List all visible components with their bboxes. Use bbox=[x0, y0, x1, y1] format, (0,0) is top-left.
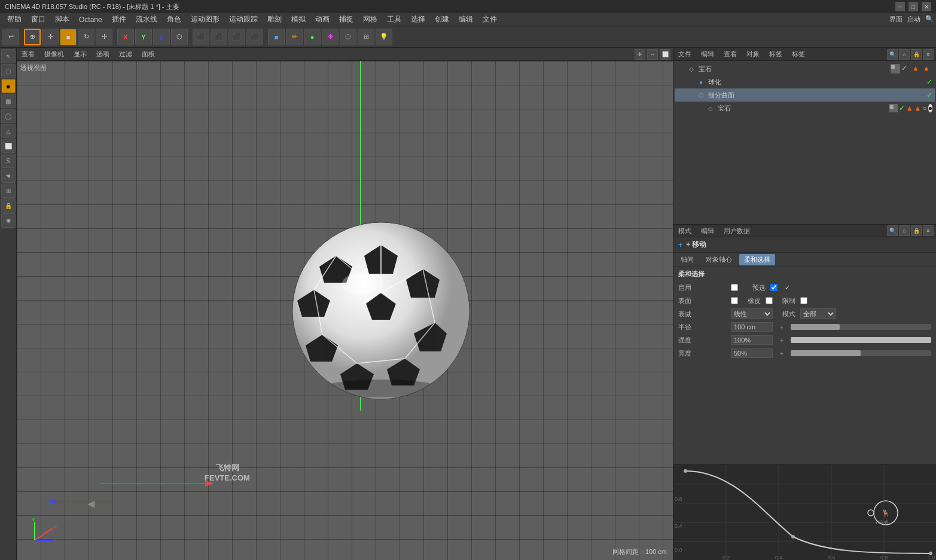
prop-ctrl-expand[interactable]: ≡ bbox=[923, 225, 934, 236]
gem2-tag1[interactable]: ▦ bbox=[889, 104, 898, 112]
deform-tool[interactable]: ⬡ bbox=[340, 29, 356, 45]
menu-item-运动图形[interactable]: 运动图形 bbox=[186, 13, 224, 26]
cube-tool[interactable]: ■ bbox=[60, 29, 77, 45]
obj-tab-tags2[interactable]: 标签 bbox=[789, 48, 807, 60]
checkbox-rubber[interactable] bbox=[766, 297, 773, 304]
slider-width[interactable] bbox=[791, 350, 931, 356]
subdiv-check[interactable]: ✓ bbox=[926, 91, 932, 99]
vp-tab-panel[interactable]: 面板 bbox=[139, 48, 157, 60]
gem2-tri2[interactable]: ▲ bbox=[914, 104, 922, 112]
menu-item-动画[interactable]: 动画 bbox=[310, 13, 334, 26]
tool-checker[interactable]: ▦ bbox=[1, 94, 16, 108]
x-axis[interactable]: X bbox=[117, 29, 134, 45]
checkbox-preview[interactable] bbox=[770, 284, 778, 291]
timeline-tool[interactable]: ⬛ bbox=[193, 29, 209, 45]
shader-tool[interactable]: ⊞ bbox=[358, 29, 374, 45]
prop-ctrl-home[interactable]: ⌂ bbox=[899, 225, 910, 236]
tool-circle[interactable]: ◯ bbox=[1, 109, 16, 123]
prop-ctrl-search[interactable]: 🔍 bbox=[887, 225, 898, 236]
menu-item-编辑[interactable]: 编辑 bbox=[454, 13, 478, 26]
prop-subtab-soft[interactable]: 柔和选择 bbox=[739, 254, 775, 265]
obj-tab-edit[interactable]: 编辑 bbox=[699, 48, 717, 60]
gem1-tri2[interactable]: ▲ bbox=[923, 64, 932, 74]
prop-tab-edit[interactable]: 编辑 bbox=[699, 225, 717, 237]
gem2-circle[interactable]: ○ bbox=[923, 104, 927, 112]
menu-item-角色[interactable]: 角色 bbox=[162, 13, 186, 26]
select-tool[interactable]: ⊕ bbox=[24, 29, 41, 45]
tool-select[interactable]: ⬚ bbox=[1, 64, 16, 78]
z-axis[interactable]: Z bbox=[153, 29, 170, 45]
prop-ctrl-lock[interactable]: 🔒 bbox=[911, 225, 922, 236]
record-tool[interactable]: ⬛ bbox=[211, 29, 227, 45]
rp-ctrl-lock[interactable]: 🔒 bbox=[911, 49, 922, 60]
obj-row-gem2[interactable]: ◇ 宝石 ▦ ✓ ▲ ▲ ○ ● bbox=[675, 102, 935, 115]
tool-box[interactable]: ⬜ bbox=[1, 139, 16, 153]
obj-tab-object[interactable]: 对象 bbox=[744, 48, 762, 60]
menu-item-模拟[interactable]: 模拟 bbox=[286, 13, 310, 26]
gem1-tri1[interactable]: ▲ bbox=[912, 64, 922, 74]
obj-tab-view[interactable]: 查看 bbox=[721, 48, 739, 60]
vp-tab-options[interactable]: 选项 bbox=[94, 48, 112, 60]
menu-item-流水线[interactable]: 流水线 bbox=[131, 13, 162, 26]
prop-tab-mode[interactable]: 模式 bbox=[676, 225, 694, 237]
select-falloff[interactable]: 线性 平方 bbox=[731, 308, 773, 319]
obj-row-subdiv[interactable]: ⬡ 细分曲面 ✓ bbox=[675, 88, 935, 102]
obj-tab-file[interactable]: 文件 bbox=[676, 48, 694, 60]
rotate-tool[interactable]: ↻ bbox=[78, 29, 94, 45]
vp-tab-display[interactable]: 显示 bbox=[71, 48, 89, 60]
input-radius[interactable] bbox=[731, 322, 773, 332]
spline-tool[interactable]: ✏ bbox=[286, 29, 303, 45]
move-tool[interactable]: ✛ bbox=[42, 29, 59, 45]
menu-item-选择[interactable]: 选择 bbox=[406, 13, 430, 26]
prop-subtab-objaxis[interactable]: 对象轴心 bbox=[701, 254, 737, 265]
y-axis[interactable]: Y bbox=[135, 29, 152, 45]
input-width[interactable] bbox=[731, 348, 773, 358]
gem2-dot[interactable]: ● bbox=[928, 104, 932, 112]
field-tool[interactable]: ❋ bbox=[322, 29, 339, 45]
menu-item-捕捉[interactable]: 捕捉 bbox=[334, 13, 358, 26]
tool-star[interactable]: ✺ bbox=[1, 213, 16, 228]
viewport[interactable]: 透视视图 bbox=[17, 61, 673, 560]
input-strength[interactable] bbox=[731, 335, 773, 345]
menu-item-文件[interactable]: 文件 bbox=[478, 13, 502, 26]
vp-tab-filter[interactable]: 过滤 bbox=[117, 48, 135, 60]
menu-item-创建[interactable]: 创建 bbox=[430, 13, 454, 26]
menu-item-窗口[interactable]: 窗口 bbox=[26, 13, 50, 26]
menu-item-插件[interactable]: 插件 bbox=[107, 13, 131, 26]
tool-s[interactable]: S bbox=[1, 154, 16, 168]
prop-tab-userdata[interactable]: 用户数据 bbox=[721, 225, 752, 237]
slider-strength[interactable] bbox=[791, 337, 931, 343]
light-tool[interactable]: 💡 bbox=[376, 29, 392, 45]
tool-poly[interactable]: ■ bbox=[1, 79, 16, 93]
vp-ctrl-2[interactable]: ↔ bbox=[647, 49, 658, 60]
menu-item-帮助[interactable]: 帮助 bbox=[2, 13, 26, 26]
all-axis[interactable]: ⬡ bbox=[171, 29, 188, 45]
menu-item-工具[interactable]: 工具 bbox=[382, 13, 406, 26]
checkbox-surface[interactable] bbox=[731, 297, 738, 304]
maximize-button[interactable]: □ bbox=[908, 2, 918, 11]
slider-radius[interactable] bbox=[791, 324, 931, 330]
menu-item-运动跟踪[interactable]: 运动跟踪 bbox=[224, 13, 263, 26]
search-icon[interactable]: 🔍 bbox=[925, 15, 934, 24]
rp-ctrl-expand[interactable]: ≡ bbox=[923, 49, 934, 60]
tool-arrow[interactable]: ↖ bbox=[1, 49, 16, 63]
gem2-check[interactable]: ✓ bbox=[899, 104, 905, 112]
menu-item-网格[interactable]: 网格 bbox=[358, 13, 382, 26]
gem2-tri1[interactable]: ▲ bbox=[906, 104, 913, 112]
tool-tri[interactable]: △ bbox=[1, 124, 16, 138]
select-mode[interactable]: 全部 点 bbox=[800, 308, 836, 319]
interface-label[interactable]: 界面 bbox=[889, 15, 903, 24]
obj-row-sphere[interactable]: ● 球化 ✓ bbox=[675, 75, 935, 88]
tool-hook[interactable]: ☚ bbox=[1, 169, 16, 183]
scale-tool[interactable]: ✢ bbox=[96, 29, 112, 45]
rp-ctrl-search[interactable]: 🔍 bbox=[887, 49, 898, 60]
menu-item-雕刻[interactable]: 雕刻 bbox=[263, 13, 286, 26]
gem1-check[interactable]: ✓ bbox=[901, 64, 911, 74]
gem1-tag1[interactable]: ▦ bbox=[891, 64, 900, 74]
vp-ctrl-1[interactable]: ✛ bbox=[635, 49, 645, 60]
close-button[interactable]: ✕ bbox=[922, 2, 931, 11]
rp-ctrl-home[interactable]: ⌂ bbox=[899, 49, 910, 60]
green-tool[interactable]: ● bbox=[304, 29, 321, 45]
minimize-button[interactable]: ─ bbox=[895, 2, 905, 11]
curve-editor[interactable]: 0.0 0.4 0.8 0.2 0.4 0.6 0.8 1.0 🦌 行走者 bbox=[673, 464, 936, 560]
